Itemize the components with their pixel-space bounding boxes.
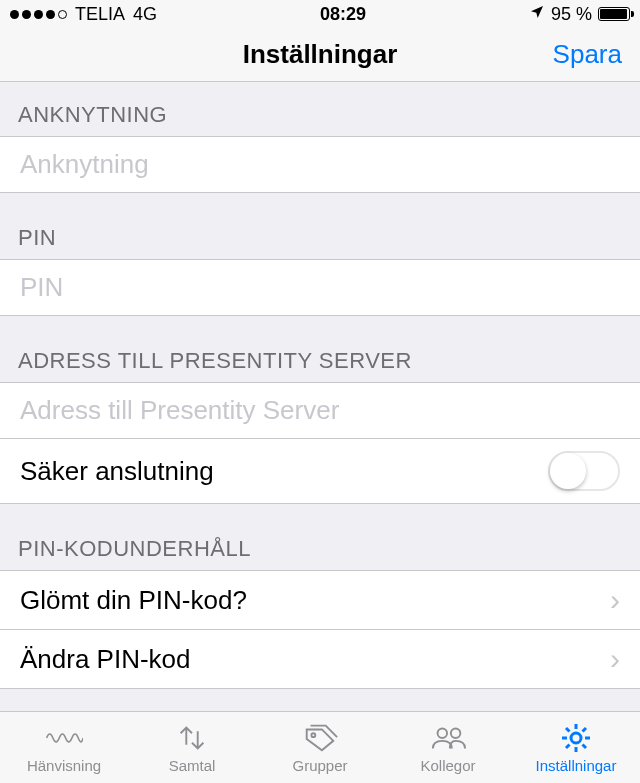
page-title: Inställningar — [243, 39, 398, 70]
pin-cell[interactable] — [0, 259, 640, 316]
wave-icon — [45, 721, 83, 755]
change-pin-label: Ändra PIN-kod — [20, 644, 191, 675]
arrows-icon — [173, 721, 211, 755]
forgot-pin-label: Glömt din PIN-kod? — [20, 585, 247, 616]
secure-connection-label: Säker anslutning — [20, 456, 214, 487]
save-button[interactable]: Spara — [553, 39, 622, 70]
tab-label: Grupper — [292, 757, 347, 774]
chevron-right-icon: › — [610, 642, 620, 676]
extension-cell[interactable] — [0, 136, 640, 193]
tab-label: Hänvisning — [27, 757, 101, 774]
server-address-cell[interactable] — [0, 382, 640, 438]
status-right: 95 % — [529, 4, 630, 25]
tab-label: Inställningar — [536, 757, 617, 774]
chevron-right-icon: › — [610, 583, 620, 617]
server-address-input[interactable] — [20, 395, 620, 426]
location-icon — [529, 4, 545, 25]
svg-point-0 — [311, 733, 315, 737]
tab-label: Kollegor — [420, 757, 475, 774]
change-pin-row[interactable]: Ändra PIN-kod › — [0, 629, 640, 689]
battery-icon — [598, 7, 630, 21]
tags-icon — [301, 721, 339, 755]
clock: 08:29 — [320, 4, 366, 25]
svg-point-3 — [571, 733, 581, 743]
navigation-bar: Inställningar Spara — [0, 28, 640, 82]
people-icon — [429, 721, 467, 755]
secure-connection-toggle[interactable] — [548, 451, 620, 491]
tab-label: Samtal — [169, 757, 216, 774]
tab-installningar[interactable]: Inställningar — [512, 721, 640, 774]
pin-input[interactable] — [20, 272, 620, 303]
tab-grupper[interactable]: Grupper — [256, 721, 384, 774]
network-label: 4G — [133, 4, 157, 25]
forgot-pin-row[interactable]: Glömt din PIN-kod? › — [0, 570, 640, 629]
status-left: TELIA 4G — [10, 4, 157, 25]
tab-kollegor[interactable]: Kollegor — [384, 721, 512, 774]
section-header-pin-maintenance: PIN-KODUNDERHÅLL — [0, 504, 640, 570]
tab-hanvisning[interactable]: Hänvisning — [0, 721, 128, 774]
svg-line-9 — [583, 745, 587, 749]
svg-line-10 — [566, 745, 570, 749]
carrier-label: TELIA — [75, 4, 125, 25]
signal-strength-icon — [10, 10, 67, 19]
section-header-server: ADRESS TILL PRESENTITY SERVER — [0, 316, 640, 382]
svg-line-8 — [566, 728, 570, 732]
section-header-extension: ANKNYTNING — [0, 82, 640, 136]
tab-bar: Hänvisning Samtal Grupper Kollegor Instä… — [0, 711, 640, 783]
tab-samtal[interactable]: Samtal — [128, 721, 256, 774]
svg-line-11 — [583, 728, 587, 732]
extension-input[interactable] — [20, 149, 620, 180]
svg-point-1 — [438, 729, 448, 739]
status-bar: TELIA 4G 08:29 95 % — [0, 0, 640, 28]
secure-connection-cell[interactable]: Säker anslutning — [0, 438, 640, 504]
section-header-pin: PIN — [0, 193, 640, 259]
svg-point-2 — [451, 729, 461, 739]
battery-percent: 95 % — [551, 4, 592, 25]
gear-icon — [560, 721, 592, 755]
